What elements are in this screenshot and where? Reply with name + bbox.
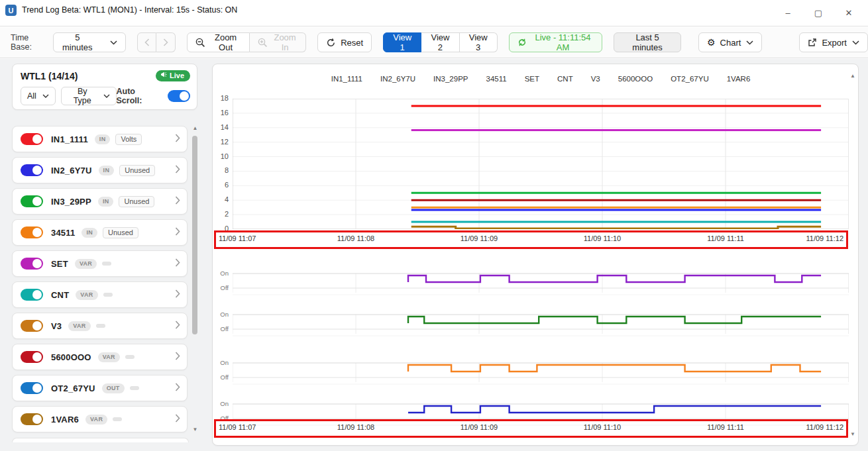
legend-item[interactable]: V3 xyxy=(591,75,600,83)
view-tabs: View 1 View 2 View 3 xyxy=(383,32,498,52)
channel-card[interactable]: IN3_29PP IN Unused xyxy=(12,188,188,215)
time-base-label: Time Base: xyxy=(11,33,48,52)
channel-unit-badge xyxy=(125,355,135,359)
zoom-in-button[interactable]: Zoom In xyxy=(250,32,306,52)
auto-scroll-toggle[interactable] xyxy=(168,90,190,102)
channel-type-badge: VAR xyxy=(76,290,97,300)
channel-card[interactable]: IN1_1111 IN Volts xyxy=(12,126,188,152)
live-badge-label: Live xyxy=(170,72,184,79)
chart-panel: IN1_1111IN2_6Y7UIN3_29PP34511SETCNTV3560… xyxy=(212,64,859,446)
channel-toggle[interactable] xyxy=(21,289,43,301)
legend-item[interactable]: CNT xyxy=(557,75,573,83)
legend-item[interactable]: IN3_29PP xyxy=(433,75,468,83)
channel-toggle[interactable] xyxy=(21,258,43,270)
close-button[interactable]: ✕ xyxy=(834,4,864,21)
time-base-select[interactable]: 5 minutes xyxy=(53,32,126,52)
channel-type-badge: VAR xyxy=(75,259,97,269)
channel-card[interactable]: 5600OOO VAR xyxy=(12,344,188,370)
chevron-right-icon[interactable] xyxy=(175,320,180,332)
last-range-button[interactable]: Last 5 minutes xyxy=(614,32,681,52)
filter-all-select[interactable]: All xyxy=(21,87,56,105)
filter-bytype-select[interactable]: By Type xyxy=(61,87,117,105)
live-status-button[interactable]: Live - 11:11:54 AM xyxy=(509,32,602,52)
chevron-right-icon[interactable] xyxy=(175,289,180,301)
minimize-button[interactable]: – xyxy=(773,4,803,21)
scroll-down-icon[interactable]: ▼ xyxy=(191,426,199,432)
channel-toggle[interactable] xyxy=(21,195,43,207)
scroll-up-icon[interactable]: ▲ xyxy=(191,125,199,131)
channel-toggle[interactable] xyxy=(21,382,43,394)
scrollbar-thumb[interactable] xyxy=(192,136,197,334)
y-tick: 16 xyxy=(213,109,229,117)
x-tick: 11/09 11:08 xyxy=(337,423,374,431)
channel-name: V3 xyxy=(51,321,62,331)
x-tick: 11/09 11:10 xyxy=(584,234,621,242)
pan-left-button[interactable] xyxy=(137,32,156,52)
chevron-down-icon xyxy=(746,40,753,45)
legend-item[interactable]: 5600OOO xyxy=(618,75,653,83)
chevron-right-icon[interactable] xyxy=(175,382,180,394)
channel-card[interactable]: SET VAR xyxy=(12,250,188,277)
channel-card[interactable]: IN2_6Y7U IN Unused xyxy=(12,157,188,183)
legend-item[interactable]: IN2_6Y7U xyxy=(380,75,415,83)
broadcast-icon xyxy=(160,72,167,79)
channel-card-partial[interactable] xyxy=(12,438,189,442)
channel-card[interactable]: OT2_67YU OUT xyxy=(12,375,188,401)
y-tick: Off xyxy=(213,374,229,381)
channel-type-badge: IN xyxy=(98,197,114,207)
monitor-title: WTL1 (14/14) xyxy=(21,71,78,81)
analog-chart: 024681012141618 xyxy=(213,99,849,229)
channel-unit-badge: Unused xyxy=(119,196,154,207)
channel-card[interactable]: CNT VAR xyxy=(12,281,188,308)
chevron-right-icon[interactable] xyxy=(175,226,180,238)
legend-item[interactable]: OT2_67YU xyxy=(671,75,709,83)
chevron-right-icon[interactable] xyxy=(175,164,180,176)
chart-legend: IN1_1111IN2_6Y7UIN3_29PP34511SETCNTV3560… xyxy=(233,75,849,83)
chevron-right-icon[interactable] xyxy=(175,258,180,270)
chart-scroll-up-icon[interactable]: ▲ xyxy=(850,73,855,79)
zoom-out-icon xyxy=(195,38,205,48)
chart-scroll-down-icon[interactable]: ▼ xyxy=(850,431,855,437)
maximize-button[interactable]: ▢ xyxy=(803,4,834,21)
reset-button[interactable]: Reset xyxy=(317,32,372,52)
y-tick: Off xyxy=(213,285,229,291)
channel-toggle[interactable] xyxy=(21,164,43,176)
toolbar: Time Base: 5 minutes xyxy=(0,27,868,58)
analog-plot[interactable] xyxy=(233,99,849,229)
view-3-tab[interactable]: View 3 xyxy=(460,32,498,52)
channel-toggle[interactable] xyxy=(21,226,43,238)
legend-item[interactable]: 34511 xyxy=(486,75,507,83)
zoom-out-button[interactable]: Zoom Out xyxy=(187,32,250,52)
channel-type-badge: VAR xyxy=(68,321,90,331)
channel-card[interactable]: V3 VAR xyxy=(12,313,188,339)
sidebar-scrollbar: ▲ ▼ xyxy=(191,125,199,442)
channel-toggle[interactable] xyxy=(21,320,43,332)
legend-item[interactable]: SET xyxy=(525,75,539,83)
y-tick: 6 xyxy=(213,181,229,189)
chart-menu-button[interactable]: ⚙ Chart xyxy=(698,32,762,52)
chevron-right-icon[interactable] xyxy=(175,195,180,207)
pan-right-button[interactable] xyxy=(156,32,176,52)
digital-plot-1[interactable] xyxy=(233,272,849,296)
channel-card[interactable]: 1VAR6 VAR xyxy=(12,406,188,432)
channel-card[interactable]: 34511 IN Unused xyxy=(12,219,188,246)
chevron-right-icon[interactable] xyxy=(175,351,180,363)
chevron-right-icon[interactable] xyxy=(175,133,180,145)
digital-plot-2[interactable] xyxy=(233,313,849,337)
channel-toggle[interactable] xyxy=(21,133,43,145)
channel-type-badge: VAR xyxy=(85,415,107,425)
view-2-tab[interactable]: View 2 xyxy=(421,32,459,52)
digital-plot-3[interactable] xyxy=(233,362,849,385)
channel-unit-badge xyxy=(96,324,105,328)
channel-toggle[interactable] xyxy=(21,413,43,425)
channel-toggle[interactable] xyxy=(21,351,43,363)
chevron-down-icon xyxy=(42,94,49,98)
legend-item[interactable]: IN1_1111 xyxy=(331,75,362,83)
export-menu-button[interactable]: Export xyxy=(799,32,868,52)
reset-icon xyxy=(326,38,336,48)
legend-item[interactable]: 1VAR6 xyxy=(727,75,751,83)
chevron-right-icon[interactable] xyxy=(175,413,180,425)
view-1-tab[interactable]: View 1 xyxy=(383,32,421,52)
chevron-left-icon xyxy=(144,38,150,46)
channel-type-badge: IN xyxy=(99,166,115,175)
